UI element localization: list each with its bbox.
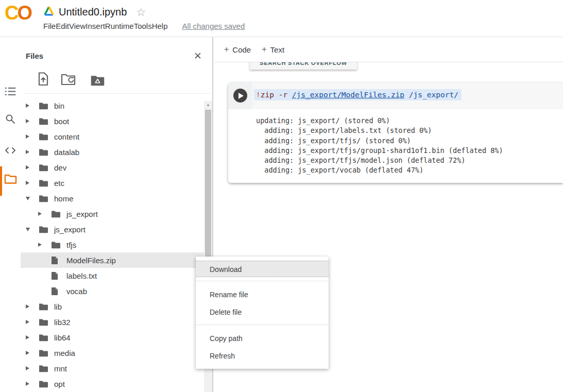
context-menu-item[interactable]: Refresh — [196, 347, 329, 365]
expand-arrow[interactable] — [24, 335, 39, 339]
context-menu-item[interactable]: Copy path — [196, 330, 329, 347]
tree-row[interactable]: bin — [21, 98, 204, 113]
files-panel: Files ✕ — [21, 37, 213, 392]
tree-row[interactable]: js_export — [21, 221, 204, 237]
menu-item[interactable]: File — [43, 22, 56, 30]
run-cell-button[interactable] — [233, 89, 247, 103]
menu-item[interactable]: Tools — [134, 22, 152, 30]
expand-arrow[interactable] — [24, 197, 39, 200]
expand-arrow[interactable] — [24, 119, 39, 123]
expand-arrow[interactable] — [24, 134, 39, 139]
tree-item-label: content — [54, 132, 79, 141]
folder-icon — [39, 349, 48, 357]
code-token — [404, 91, 409, 99]
code-editor[interactable]: !zip -r /js_export/ModelFiles.zip /js_ex… — [252, 82, 563, 109]
folder-icon — [39, 132, 48, 141]
context-menu-item[interactable]: Delete file — [196, 303, 329, 321]
expand-arrow[interactable] — [24, 150, 39, 154]
folder-icon — [39, 225, 48, 233]
tree-row[interactable]: tfjs — [21, 237, 204, 252]
tree-row[interactable]: dev — [21, 160, 204, 175]
code-cell: !zip -r /js_export/ModelFiles.zip /js_ex… — [228, 82, 563, 183]
tree-row[interactable]: opt — [21, 376, 204, 391]
title-row: Untitled0.ipynb ☆ — [43, 4, 146, 20]
menu-item[interactable]: View — [69, 22, 86, 30]
expand-arrow[interactable] — [24, 304, 39, 309]
expand-arrow[interactable] — [24, 165, 39, 169]
context-menu-item[interactable] — [196, 281, 329, 281]
tree-row[interactable]: lib64 — [21, 330, 204, 345]
star-icon[interactable]: ☆ — [136, 7, 146, 18]
top-header: CO Untitled0.ipynb ☆ FileEditViewInsertR… — [0, 0, 563, 37]
expand-arrow[interactable] — [24, 181, 39, 185]
folder-icon — [51, 210, 60, 218]
tree-row[interactable]: lib — [21, 299, 204, 314]
tree-row[interactable]: js_export — [21, 206, 204, 221]
code-snippets-icon[interactable] — [0, 146, 21, 155]
tree-row[interactable]: datalab — [21, 144, 204, 160]
tree-item-label: lib — [54, 302, 62, 311]
tree-item-label: home — [54, 194, 74, 203]
add-code-button[interactable]: + Code — [224, 45, 251, 54]
folder-icon — [39, 318, 48, 326]
collapsed-arrow-icon — [38, 243, 42, 247]
collapsed-arrow-icon — [26, 150, 29, 154]
all-changes-saved-link[interactable]: All changes saved — [182, 22, 245, 30]
menu-item[interactable]: Help — [152, 22, 168, 30]
refresh-folder-icon[interactable] — [61, 73, 76, 88]
folder-icon — [51, 241, 60, 249]
code-line[interactable]: !zip -r /js_export/ModelFiles.zip /js_ex… — [254, 89, 462, 100]
close-icon[interactable]: ✕ — [194, 50, 202, 62]
collapsed-arrow-icon — [26, 165, 29, 169]
expand-arrow[interactable] — [24, 320, 39, 324]
notebook-title[interactable]: Untitled0.ipynb — [59, 6, 127, 18]
expand-arrow[interactable] — [24, 351, 39, 355]
tree-row[interactable]: media — [21, 345, 204, 361]
tree-item-label: media — [54, 349, 75, 357]
upload-file-icon[interactable] — [37, 72, 49, 88]
tree-row[interactable]: boot — [21, 113, 204, 129]
collapsed-arrow-icon — [26, 119, 29, 123]
tree-row[interactable]: home — [21, 191, 204, 206]
tree-row[interactable]: etc — [21, 175, 204, 191]
expanded-arrow-icon — [26, 228, 30, 231]
table-of-contents-icon[interactable] — [0, 87, 21, 96]
code-token: /js_export/ModelFiles.zip — [292, 91, 404, 99]
menu-item[interactable]: Runtime — [105, 22, 134, 30]
tree-row[interactable]: vocab — [21, 283, 204, 299]
menu-item[interactable]: Edit — [56, 22, 69, 30]
tree-row[interactable]: labels.txt — [21, 268, 204, 283]
expand-arrow[interactable] — [24, 104, 39, 108]
tree-row[interactable]: content — [21, 129, 204, 144]
tree-item-label: mnt — [54, 364, 67, 373]
google-drive-icon — [43, 6, 55, 18]
tree-row[interactable]: ModelFiles.zip — [21, 252, 204, 268]
expand-arrow[interactable] — [24, 382, 39, 386]
file-icon — [51, 256, 60, 264]
folder-icon — [39, 333, 48, 342]
expand-arrow[interactable] — [24, 366, 39, 370]
add-text-button[interactable]: + Text — [262, 45, 284, 54]
tree-row[interactable]: mnt — [21, 361, 204, 376]
scrollbar-up-arrow[interactable]: ▲ — [204, 103, 212, 107]
context-menu-item[interactable] — [196, 325, 329, 325]
collapsed-arrow-icon — [26, 181, 29, 185]
colab-logo[interactable]: CO — [5, 2, 31, 24]
search-icon[interactable] — [0, 114, 21, 124]
expand-arrow[interactable] — [36, 243, 51, 247]
output-line: updating: js_export/ (stored 0%) — [256, 116, 559, 126]
mount-drive-icon[interactable] — [91, 75, 105, 88]
tree-row[interactable]: lib32 — [21, 314, 204, 330]
menubar: FileEditViewInsertRuntimeToolsHelp All c… — [43, 22, 245, 30]
context-menu-item[interactable]: Rename file — [196, 286, 329, 303]
context-menu-item[interactable]: Download — [196, 261, 329, 277]
collapsed-arrow-icon — [26, 366, 29, 370]
expand-arrow[interactable] — [36, 212, 51, 216]
files-icon-active[interactable] — [0, 174, 21, 184]
tree-item-label: labels.txt — [66, 271, 97, 280]
menu-item[interactable]: Insert — [86, 22, 105, 30]
collapsed-arrow-icon — [26, 134, 29, 139]
scrollbar-thumb[interactable] — [205, 110, 211, 268]
expand-arrow[interactable] — [24, 228, 39, 231]
tree-item-label: js_export — [54, 225, 86, 234]
